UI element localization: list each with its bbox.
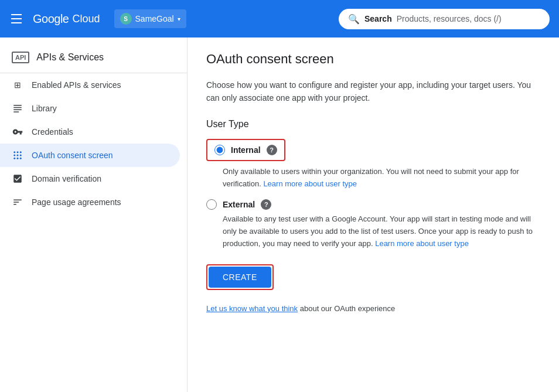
- sidebar-item-oauth-consent[interactable]: OAuth consent screen: [0, 144, 180, 167]
- sidebar-item-label: Page usage agreements: [32, 197, 121, 207]
- svg-point-4: [13, 151, 15, 153]
- external-help-icon[interactable]: ?: [261, 199, 271, 210]
- svg-point-8: [17, 155, 19, 156]
- page-title: OAuth consent screen: [206, 52, 540, 67]
- svg-point-6: [20, 151, 22, 153]
- external-option: External ? Available to any test user wi…: [206, 199, 540, 250]
- svg-rect-3: [13, 111, 19, 113]
- internal-help-icon[interactable]: ?: [267, 145, 277, 155]
- sidebar: API APIs & Services ⊞ Enabled APIs & ser…: [0, 38, 188, 392]
- page-description: Choose how you want to configure and reg…: [206, 79, 540, 105]
- sidebar-item-label: OAuth consent screen: [32, 151, 113, 160]
- sidebar-title: APIs & Services: [36, 52, 104, 63]
- svg-point-5: [17, 151, 19, 153]
- external-option-header: External ?: [206, 199, 540, 210]
- settings-list-icon: [12, 196, 23, 208]
- svg-point-7: [13, 155, 15, 156]
- sidebar-item-page-usage[interactable]: Page usage agreements: [0, 190, 180, 214]
- footer: Let us know what you think about our OAu…: [206, 304, 540, 313]
- internal-label: Internal: [231, 145, 261, 155]
- internal-radio[interactable]: [214, 145, 225, 155]
- menu-icon[interactable]: [9, 12, 23, 26]
- sidebar-item-enabled-apis[interactable]: ⊞ Enabled APIs & services: [0, 73, 180, 97]
- feedback-link[interactable]: Let us know what you think: [206, 304, 298, 313]
- project-icon: S: [120, 13, 132, 25]
- sidebar-item-label: Credentials: [32, 127, 73, 137]
- internal-learn-more-link[interactable]: Learn more about user type: [263, 179, 357, 188]
- checkbox-icon: [12, 173, 23, 185]
- svg-point-12: [20, 158, 22, 159]
- sidebar-header: API APIs & Services: [0, 42, 187, 73]
- search-icon: 🔍: [348, 13, 360, 25]
- svg-point-10: [13, 158, 15, 159]
- sidebar-item-label: Domain verification: [32, 174, 101, 183]
- internal-description: Only available to users within your orga…: [206, 166, 540, 190]
- sidebar-item-library[interactable]: Library: [0, 97, 180, 120]
- logo-cloud-text: Cloud: [73, 13, 100, 25]
- project-name: SameGoal: [135, 14, 174, 23]
- create-button[interactable]: CREATE: [209, 267, 271, 288]
- svg-point-11: [17, 158, 19, 159]
- api-badge: API: [12, 52, 29, 63]
- external-radio[interactable]: [206, 199, 217, 210]
- grid-icon: ⊞: [12, 79, 23, 91]
- main-layout: API APIs & Services ⊞ Enabled APIs & ser…: [0, 38, 559, 392]
- library-icon: [12, 103, 23, 114]
- project-selector[interactable]: S SameGoal ▾: [114, 9, 186, 28]
- search-bar[interactable]: 🔍 Search Products, resources, docs (/): [339, 9, 550, 29]
- internal-option-box: Internal ?: [206, 139, 285, 161]
- chevron-down-icon: ▾: [178, 16, 180, 22]
- svg-rect-0: [13, 105, 22, 106]
- oauth-icon: [12, 149, 23, 161]
- header: Google Cloud S SameGoal ▾ 🔍 Search Produ…: [0, 0, 559, 38]
- key-icon: [12, 126, 23, 138]
- svg-point-9: [20, 155, 22, 156]
- user-type-heading: User Type: [206, 119, 540, 129]
- internal-option: Internal ? Only available to users withi…: [206, 139, 540, 190]
- svg-rect-1: [13, 107, 22, 108]
- external-learn-more-link[interactable]: Learn more about user type: [375, 239, 469, 248]
- logo: Google Cloud: [33, 12, 100, 26]
- user-type-section: User Type Internal ? Only available to u…: [206, 119, 540, 250]
- create-button-wrapper: CREATE: [206, 264, 274, 290]
- sidebar-item-domain-verification[interactable]: Domain verification: [0, 167, 180, 190]
- footer-text: about our OAuth experience: [298, 304, 395, 313]
- external-description: Available to any test user with a Google…: [206, 213, 540, 250]
- svg-rect-2: [13, 110, 22, 111]
- logo-google-text: Google: [33, 12, 69, 26]
- main-content: OAuth consent screen Choose how you want…: [188, 38, 559, 392]
- sidebar-item-credentials[interactable]: Credentials: [0, 120, 180, 144]
- sidebar-item-label: Enabled APIs & services: [32, 80, 121, 90]
- sidebar-item-label: Library: [32, 104, 57, 113]
- external-label: External: [223, 200, 255, 209]
- search-hint: Products, resources, docs (/): [397, 14, 502, 23]
- search-label: Search: [364, 14, 392, 23]
